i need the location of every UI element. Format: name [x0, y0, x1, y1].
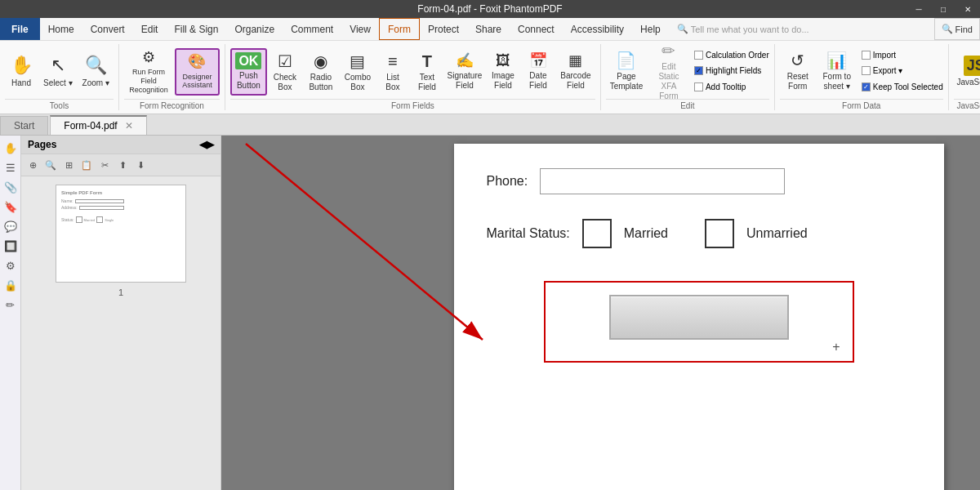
- run-form-field-button[interactable]: ⚙ Run Form FieldRecognition: [124, 48, 173, 96]
- menu-item-search-tell[interactable]: 🔍Tell me what you want to do...: [669, 18, 817, 40]
- highlight-fields-check[interactable]: ✓ Highlight Fields: [694, 66, 769, 75]
- page-thumbnail-1[interactable]: Simple PDF Form Name: Address: Status: M…: [56, 185, 186, 283]
- tab-form04[interactable]: Form-04.pdf ✕: [50, 115, 147, 135]
- add-tooltip-checkbox[interactable]: [694, 82, 703, 91]
- minimize-button[interactable]: ─: [906, 0, 931, 18]
- calculation-order-label: Calculation Order: [706, 51, 769, 60]
- menu-item-convert[interactable]: Convert: [82, 18, 133, 40]
- calculation-order-checkbox[interactable]: [694, 51, 703, 60]
- tools-group-label: Tools: [5, 99, 114, 110]
- radio-button-icon: ◉: [314, 51, 327, 71]
- form-fields-label: Form Fields: [230, 99, 595, 110]
- form-to-sheet-button[interactable]: 📊 Form tosheet ▾: [817, 47, 857, 95]
- signature-field-tool[interactable]: ✍ SignatureField: [445, 48, 484, 96]
- javascript-button[interactable]: JS JavaScript: [954, 48, 980, 96]
- menu-item-find[interactable]: 🔍Find: [934, 18, 980, 40]
- combo-box-tool[interactable]: ▤ ComboBox: [341, 48, 375, 96]
- highlight-fields-label: Highlight Fields: [706, 66, 761, 75]
- check-box-tool[interactable]: ☑ CheckBox: [269, 48, 301, 96]
- export-checkbox[interactable]: [862, 66, 871, 75]
- pages-tool-down[interactable]: ⬇: [132, 157, 149, 173]
- pages-tool-zoom[interactable]: 🔍: [42, 157, 59, 173]
- attachments-tool-left[interactable]: 📎: [2, 178, 20, 196]
- layers-tool-left[interactable]: 🔲: [2, 237, 20, 255]
- keep-tool-checkbox[interactable]: ✓: [862, 82, 871, 91]
- menu-item-protect[interactable]: Protect: [420, 18, 467, 40]
- menu-item-fill-sign[interactable]: Fill & Sign: [166, 18, 226, 40]
- pages-tool-add[interactable]: ⊕: [24, 157, 41, 173]
- text-field-tool[interactable]: T TextField: [411, 48, 443, 96]
- hand-tool-left[interactable]: ✋: [2, 139, 20, 157]
- menu-item-form[interactable]: Form: [379, 18, 420, 40]
- bookmarks-tool-left[interactable]: 🔖: [2, 198, 20, 216]
- image-field-label: ImageField: [492, 71, 514, 91]
- calculation-order-check[interactable]: Calculation Order: [694, 51, 769, 60]
- phone-form-row: Phone:: [487, 168, 911, 194]
- phone-input[interactable]: [540, 168, 785, 194]
- unmarried-radio[interactable]: [705, 219, 734, 248]
- pages-panel: Pages ◀▶ ⊕ 🔍 ⊞ 📋 ✂ ⬆ ⬇ Simple PDF Form N…: [21, 136, 221, 490]
- signature-label: SignatureField: [448, 71, 483, 91]
- export-check[interactable]: Export ▾: [862, 66, 943, 75]
- barcode-field-tool[interactable]: ▦ BarcodeField: [556, 48, 595, 96]
- pages-tool-copy[interactable]: 📋: [78, 157, 95, 173]
- marital-label: Marital Status:: [487, 226, 570, 241]
- zoom-tool-button[interactable]: 🔍 Zoom ▾: [78, 48, 114, 96]
- pdf-page: Phone: Marital Status: Married Unmarried…: [454, 144, 944, 490]
- tab-start-label: Start: [14, 120, 34, 131]
- page-template-button[interactable]: 📄 PageTemplate: [606, 47, 647, 95]
- form-data-label: Form Data: [780, 99, 943, 110]
- menu-item-home[interactable]: Home: [40, 18, 82, 40]
- designer-assistant-button[interactable]: 🎨 DesignerAssistant: [175, 48, 220, 96]
- menu-item-view[interactable]: View: [341, 18, 379, 40]
- menu-item-accessibility[interactable]: Accessibility: [563, 18, 632, 40]
- pages-tool-up[interactable]: ⬆: [114, 157, 131, 173]
- import-check[interactable]: Import: [862, 51, 943, 60]
- menu-item-file[interactable]: File: [0, 18, 40, 40]
- maximize-button[interactable]: □: [931, 0, 956, 18]
- edit-xfa-icon: ✏: [662, 41, 675, 60]
- list-box-tool[interactable]: ≡ ListBox: [376, 48, 409, 96]
- hand-label: Hand: [11, 78, 31, 88]
- edit-xfa-button[interactable]: ✏ Edit StaticXFA Form: [648, 47, 689, 95]
- ribbon-group-form-data: ↺ ResetForm 📊 Form tosheet ▾ Import Expo…: [775, 44, 949, 110]
- menu-item-edit[interactable]: Edit: [133, 18, 167, 40]
- page-template-label: PageTemplate: [610, 72, 644, 91]
- married-radio[interactable]: [582, 219, 612, 248]
- menu-item-comment[interactable]: Comment: [283, 18, 341, 40]
- check-box-label: CheckBox: [274, 73, 296, 92]
- keep-tool-check[interactable]: ✓ Keep Tool Selected: [862, 82, 943, 91]
- image-field-tool[interactable]: 🖼 ImageField: [486, 48, 520, 96]
- married-label: Married: [624, 226, 668, 241]
- close-button[interactable]: ✕: [956, 0, 980, 18]
- tab-start[interactable]: Start: [0, 116, 48, 135]
- hand-tool-button[interactable]: ✋ Hand: [5, 48, 38, 96]
- barcode-icon: ▦: [568, 52, 582, 70]
- security-tool-left[interactable]: 🔒: [2, 276, 20, 294]
- select-tool-button[interactable]: ↖ Select ▾: [39, 48, 77, 96]
- menu-item-connect[interactable]: Connect: [510, 18, 563, 40]
- tab-form04-label: Form-04.pdf: [64, 120, 117, 131]
- add-tooltip-check[interactable]: Add Tooltip: [694, 82, 769, 91]
- menu-item-help[interactable]: Help: [632, 18, 669, 40]
- pages-toolbar: ⊕ 🔍 ⊞ 📋 ✂ ⬆ ⬇: [21, 154, 220, 176]
- menu-item-share[interactable]: Share: [467, 18, 510, 40]
- tab-close-button[interactable]: ✕: [125, 120, 133, 131]
- push-button-field[interactable]: +: [544, 281, 854, 363]
- highlight-fields-checkbox[interactable]: ✓: [694, 66, 703, 75]
- pages-tool-left[interactable]: ☰: [2, 158, 20, 176]
- menu-item-organize[interactable]: Organize: [226, 18, 283, 40]
- pages-tool-grid[interactable]: ⊞: [60, 157, 77, 173]
- pages-tool-cut[interactable]: ✂: [96, 157, 113, 173]
- settings-tool-left[interactable]: ⚙: [2, 256, 20, 274]
- reset-form-button[interactable]: ↺ ResetForm: [780, 47, 816, 95]
- push-button-inner[interactable]: [609, 295, 789, 340]
- edit-tool-left[interactable]: ✏: [2, 296, 20, 314]
- radio-button-tool[interactable]: ◉ RadioButton: [303, 48, 339, 96]
- comments-tool-left[interactable]: 💬: [2, 217, 20, 235]
- export-label: Export ▾: [873, 66, 903, 75]
- push-button-tool[interactable]: OK PushButton: [230, 48, 267, 96]
- date-field-tool[interactable]: 📅 DateField: [522, 48, 555, 96]
- import-checkbox[interactable]: [862, 51, 871, 60]
- form-recognition-label: Form Recognition: [124, 99, 220, 110]
